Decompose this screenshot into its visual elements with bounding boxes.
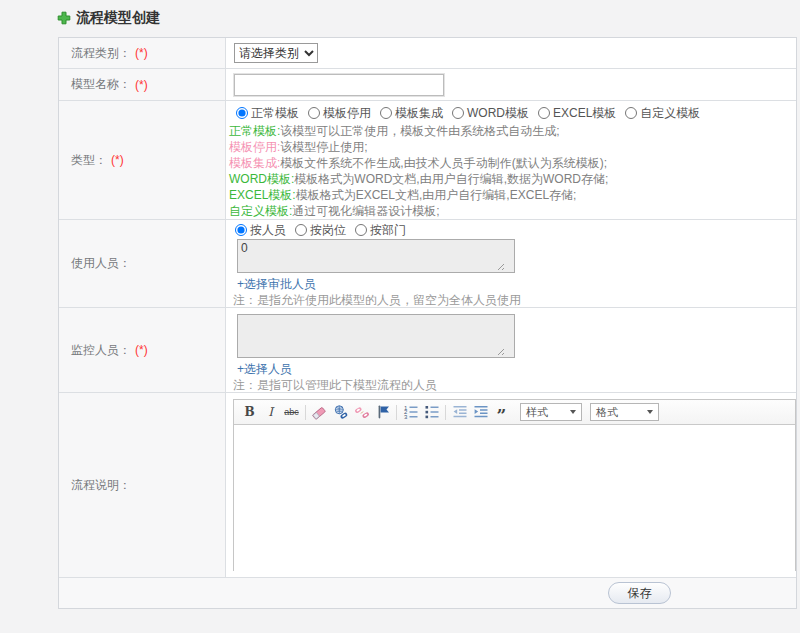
quote-icon: ”: [497, 404, 507, 420]
users-note: 注：是指允许使用此模型的人员，留空为全体人员使用: [233, 294, 796, 307]
row-monitor: 监控人员： (*) +选择人员 注：是指可以管理此下模型流程的人员: [59, 308, 796, 393]
add-plus-icon: [57, 11, 71, 25]
monitor-note: 注：是指可以管理此下模型流程的人员: [233, 379, 796, 392]
bold-button[interactable]: B: [239, 403, 260, 422]
chevron-down-icon: [570, 410, 576, 414]
type-radio-group: 正常模板 模板停用 模板集成 WORD模板 EXCEL模板 自定义模板: [236, 106, 796, 120]
unlink-icon: [354, 404, 370, 420]
model-name-label: 模型名称： (*): [59, 69, 226, 100]
styles-dropdown[interactable]: 样式: [520, 403, 582, 421]
strikethrough-button[interactable]: abc: [281, 403, 302, 422]
chevron-down-icon: [647, 410, 653, 414]
type-option-excel[interactable]: EXCEL模板: [538, 105, 616, 122]
indent-icon: [473, 404, 489, 420]
toolbar-separator: [396, 405, 397, 420]
monitor-label: 监控人员： (*): [59, 308, 226, 392]
format-dropdown[interactable]: 格式: [590, 403, 659, 421]
remove-format-button[interactable]: [309, 403, 330, 422]
save-button[interactable]: 保存: [608, 582, 671, 604]
users-label: 使用人员：: [59, 220, 226, 307]
description-label: 流程说明：: [59, 393, 226, 577]
monitor-textarea[interactable]: [237, 314, 515, 358]
editor-content-area[interactable]: [234, 425, 795, 571]
outdent-icon: [452, 404, 468, 420]
flag-icon: [376, 404, 390, 420]
required-mark: (*): [111, 153, 124, 167]
workflow-model-form: 流程类别： (*) 请选择类别 模型名称： (*) 类型： (*) 正常模板 模…: [58, 37, 797, 609]
row-category: 流程类别： (*) 请选择类别: [59, 38, 796, 69]
row-type: 类型： (*) 正常模板 模板停用 模板集成 WORD模板 EXCEL模板 自定…: [59, 101, 796, 220]
unlink-button[interactable]: [351, 403, 372, 422]
link-icon: [333, 404, 349, 420]
category-select[interactable]: 请选择类别: [234, 43, 318, 63]
outdent-button[interactable]: [449, 403, 470, 422]
users-textarea[interactable]: 0: [237, 239, 515, 273]
type-option-integrated[interactable]: 模板集成: [380, 105, 443, 122]
users-option-by-position[interactable]: 按岗位: [295, 222, 346, 239]
row-users: 使用人员： 按人员 按岗位 按部门 0 +选择审批人员 注：是指允许使用此模型的…: [59, 220, 796, 308]
editor-toolbar: B I abc: [234, 400, 795, 425]
eraser-icon: [311, 404, 328, 420]
strikethrough-icon: abc: [284, 407, 299, 417]
select-people-link[interactable]: +选择人员: [237, 363, 292, 376]
indent-button[interactable]: [470, 403, 491, 422]
users-option-by-department[interactable]: 按部门: [355, 222, 406, 239]
radio-normal-template[interactable]: [236, 107, 248, 119]
radio-disabled-template[interactable]: [308, 107, 320, 119]
required-mark: (*): [135, 343, 148, 357]
required-mark: (*): [135, 78, 148, 92]
anchor-flag-button[interactable]: [372, 403, 393, 422]
users-option-by-person[interactable]: 按人员: [235, 222, 286, 239]
type-desc-word: WORD模板:模板格式为WORD文档,由用户自行编辑,数据为WORD存储;: [229, 171, 796, 187]
bullet-list-button[interactable]: [421, 403, 442, 422]
row-model-name: 模型名称： (*): [59, 69, 796, 101]
type-desc-integrated: 模板集成:模板文件系统不作生成,由技术人员手动制作(默认为系统模板);: [229, 155, 796, 171]
row-save: 保存: [59, 578, 796, 608]
svg-text:3: 3: [404, 414, 408, 420]
type-option-disabled[interactable]: 模板停用: [308, 105, 371, 122]
type-desc-disabled: 模板停用:该模型停止使用;: [229, 139, 796, 155]
category-label: 流程类别： (*): [59, 38, 226, 68]
page-title: 流程模型创建: [76, 9, 160, 27]
type-option-normal[interactable]: 正常模板: [236, 105, 299, 122]
type-desc-custom: 自定义模板:通过可视化编辑器设计模板;: [229, 203, 796, 219]
radio-custom-template[interactable]: [625, 107, 637, 119]
type-option-word[interactable]: WORD模板: [452, 105, 529, 122]
users-radio-group: 按人员 按岗位 按部门: [235, 223, 796, 237]
type-option-custom[interactable]: 自定义模板: [625, 105, 700, 122]
radio-excel-template[interactable]: [538, 107, 550, 119]
radio-by-position[interactable]: [295, 224, 307, 236]
row-description: 流程说明： B I abc: [59, 393, 796, 578]
richtext-editor: B I abc: [233, 399, 796, 571]
type-desc-excel: EXCEL模板:模板格式为EXCEL文档,由用户自行编辑,EXCEL存储;: [229, 187, 796, 203]
toolbar-separator: [305, 405, 306, 420]
numbered-list-icon: 123: [403, 404, 419, 420]
required-mark: (*): [135, 46, 148, 60]
model-name-input[interactable]: [234, 74, 444, 96]
page-header: 流程模型创建: [57, 9, 160, 27]
radio-integrated-template[interactable]: [380, 107, 392, 119]
radio-by-department[interactable]: [355, 224, 367, 236]
radio-by-person[interactable]: [235, 224, 247, 236]
bold-icon: B: [244, 405, 254, 419]
numbered-list-button[interactable]: 123: [400, 403, 421, 422]
toolbar-separator: [445, 405, 446, 420]
select-approvers-link[interactable]: +选择审批人员: [237, 278, 316, 291]
blockquote-button[interactable]: ”: [491, 403, 512, 422]
bullet-list-icon: [424, 404, 440, 420]
type-label: 类型： (*): [59, 101, 226, 219]
italic-icon: I: [268, 405, 273, 419]
link-button[interactable]: [330, 403, 351, 422]
italic-button[interactable]: I: [260, 403, 281, 422]
type-desc-normal: 正常模板:该模型可以正常使用，模板文件由系统格式自动生成;: [229, 123, 796, 139]
radio-word-template[interactable]: [452, 107, 464, 119]
